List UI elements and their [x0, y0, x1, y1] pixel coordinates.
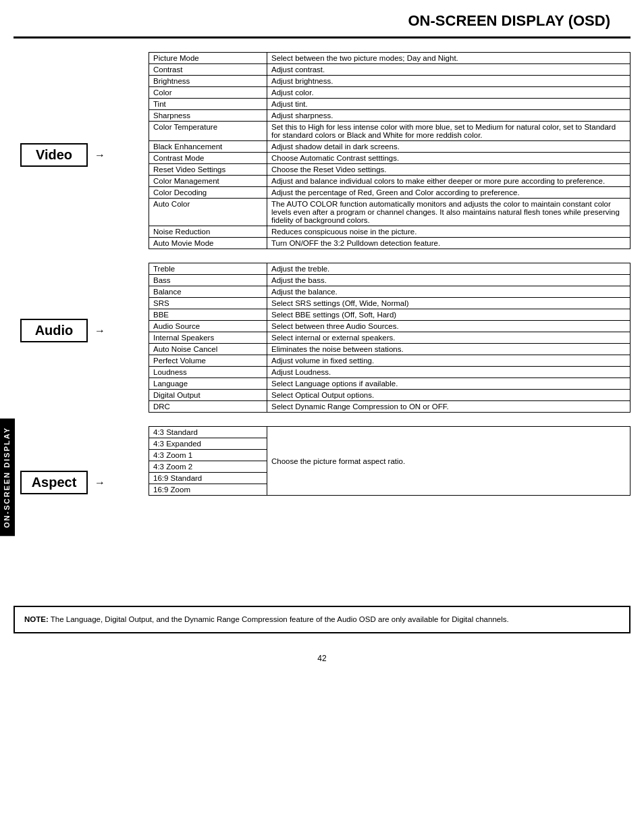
category-video-label: Video — [20, 143, 88, 167]
item-description: Adjust sharpness. — [267, 110, 630, 122]
item-description: Adjust tint. — [267, 99, 630, 110]
item-description: Choose the Reset Video settings. — [267, 164, 630, 176]
table-row: Auto Noise CancelEliminates the noise be… — [149, 344, 630, 355]
item-label: Color Decoding — [149, 187, 267, 199]
item-label: Bass — [149, 275, 267, 286]
category-audio-arrow — [95, 325, 105, 337]
item-description: Select Language options if available. — [267, 378, 630, 390]
table-row: BBESelect BBE settings (Off, Soft, Hard) — [149, 309, 630, 321]
item-description: Adjust the treble. — [267, 263, 630, 275]
video-table: Picture ModeSelect between the two pictu… — [149, 52, 630, 249]
category-video: Video — [20, 143, 105, 167]
item-description: Select Optical Output options. — [267, 390, 630, 401]
item-label: SRS — [149, 298, 267, 309]
table-row: Contrast ModeChoose Automatic Contrast s… — [149, 153, 630, 164]
item-label: Contrast — [149, 64, 267, 76]
item-description: Adjust contrast. — [267, 64, 630, 76]
item-description: Select BBE settings (Off, Soft, Hard) — [267, 309, 630, 321]
table-row: DRCSelect Dynamic Range Compression to O… — [149, 401, 630, 413]
item-label: Digital Output — [149, 390, 267, 401]
item-description: Eliminates the noise between stations. — [267, 344, 630, 355]
category-aspect: Aspect — [20, 471, 105, 494]
page-title: ON-SCREEN DISPLAY (OSD) — [14, 0, 630, 38]
item-label: Color — [149, 87, 267, 99]
item-description: Select between three Audio Sources. — [267, 321, 630, 332]
table-row: ContrastAdjust contrast. — [149, 64, 630, 76]
category-aspect-arrow — [95, 477, 105, 489]
note-text-content: The Language, Digital Output, and the Dy… — [51, 615, 509, 623]
item-description: Select internal or external speakers. — [267, 332, 630, 344]
table-row: Picture ModeSelect between the two pictu… — [149, 53, 630, 64]
item-label: Audio Source — [149, 321, 267, 332]
item-label: 16:9 Zoom — [149, 484, 267, 496]
table-row: Color ManagementAdjust and balance indiv… — [149, 176, 630, 187]
category-aspect-label: Aspect — [20, 471, 88, 494]
item-label: Reset Video Settings — [149, 164, 267, 176]
audio-table: TrebleAdjust the treble.BassAdjust the b… — [149, 263, 630, 413]
item-label: Tint — [149, 99, 267, 110]
item-label: Auto Movie Mode — [149, 238, 267, 249]
item-label: Black Enhancement — [149, 141, 267, 153]
table-row: ColorAdjust color. — [149, 87, 630, 99]
page-number: 42 — [0, 647, 644, 670]
table-row: Color DecodingAdjust the percentage of R… — [149, 187, 630, 199]
item-description: Choose the picture format aspect ratio. — [267, 427, 630, 496]
item-description: Turn ON/OFF the 3:2 Pulldown detection f… — [267, 238, 630, 249]
table-row: TintAdjust tint. — [149, 99, 630, 110]
item-description: Choose Automatic Contrast setttings. — [267, 153, 630, 164]
table-row: Noise ReductionReduces conspicuous noise… — [149, 226, 630, 238]
item-label: Loudness — [149, 367, 267, 378]
item-label: 4:3 Zoom 1 — [149, 450, 267, 461]
item-description: The AUTO COLOR function automatically mo… — [267, 199, 630, 226]
table-row: Digital OutputSelect Optical Output opti… — [149, 390, 630, 401]
table-row: Perfect VolumeAdjust volume in fixed set… — [149, 355, 630, 367]
item-label: 4:3 Expanded — [149, 438, 267, 450]
item-label: Color Temperature — [149, 122, 267, 141]
item-description: Adjust the balance. — [267, 286, 630, 298]
vertical-sidebar-label: ON-SCREEN DISPLAY — [0, 419, 15, 536]
item-label: BBE — [149, 309, 267, 321]
table-row: LoudnessAdjust Loudness. — [149, 367, 630, 378]
item-description: Adjust Loudness. — [267, 367, 630, 378]
table-row: Reset Video SettingsChoose the Reset Vid… — [149, 164, 630, 176]
item-label: 4:3 Standard — [149, 427, 267, 438]
item-description: Select between the two picture modes; Da… — [267, 53, 630, 64]
item-label: Picture Mode — [149, 53, 267, 64]
item-description: Adjust the percentage of Red, Green and … — [267, 187, 630, 199]
item-label: 4:3 Zoom 2 — [149, 461, 267, 473]
item-description: Adjust brightness. — [267, 76, 630, 87]
item-description: Set this to High for less intense color … — [267, 122, 630, 141]
item-description: Adjust the bass. — [267, 275, 630, 286]
table-row: TrebleAdjust the treble. — [149, 263, 630, 275]
item-label: Sharpness — [149, 110, 267, 122]
item-description: Select Dynamic Range Compression to ON o… — [267, 401, 630, 413]
item-description: Adjust color. — [267, 87, 630, 99]
table-row: BassAdjust the bass. — [149, 275, 630, 286]
item-label: 16:9 Standard — [149, 473, 267, 484]
table-row: BalanceAdjust the balance. — [149, 286, 630, 298]
table-row: BrightnessAdjust brightness. — [149, 76, 630, 87]
item-label: Auto Color — [149, 199, 267, 226]
table-area: Picture ModeSelect between the two pictu… — [149, 52, 630, 592]
item-label: Brightness — [149, 76, 267, 87]
item-label: Perfect Volume — [149, 355, 267, 367]
table-row: Color TemperatureSet this to High for le… — [149, 122, 630, 141]
table-row: Auto Movie ModeTurn ON/OFF the 3:2 Pulld… — [149, 238, 630, 249]
table-row: Internal SpeakersSelect internal or exte… — [149, 332, 630, 344]
table-row: SRSSelect SRS settings (Off, Wide, Norma… — [149, 298, 630, 309]
item-description: Select SRS settings (Off, Wide, Normal) — [267, 298, 630, 309]
aspect-table: 4:3 StandardChoose the picture format as… — [149, 426, 630, 496]
category-video-arrow — [95, 149, 105, 161]
item-description: Reduces conspicuous noise in the picture… — [267, 226, 630, 238]
item-label: Contrast Mode — [149, 153, 267, 164]
table-row: LanguageSelect Language options if avail… — [149, 378, 630, 390]
item-label: Language — [149, 378, 267, 390]
item-label: Auto Noise Cancel — [149, 344, 267, 355]
item-description: Adjust and balance individual colors to … — [267, 176, 630, 187]
category-audio: Audio — [20, 319, 105, 342]
category-audio-label: Audio — [20, 319, 88, 342]
item-label: DRC — [149, 401, 267, 413]
table-row: Black EnhancementAdjust shadow detail in… — [149, 141, 630, 153]
item-description: Adjust volume in fixed setting. — [267, 355, 630, 367]
table-row: Auto ColorThe AUTO COLOR function automa… — [149, 199, 630, 226]
